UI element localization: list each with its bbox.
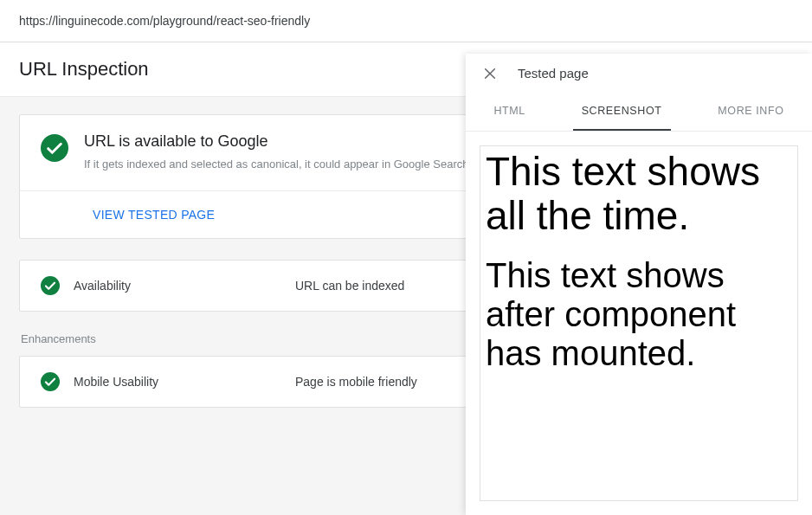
close-icon[interactable] xyxy=(483,67,497,80)
checkmark-circle-icon xyxy=(41,276,60,295)
checkmark-circle-icon xyxy=(41,372,60,391)
side-panel-title: Tested page xyxy=(518,66,589,80)
checkmark-circle-icon xyxy=(41,134,68,162)
url-bar[interactable]: https://linguinecode.com/playground/reac… xyxy=(0,0,812,42)
mobile-usability-label: Mobile Usability xyxy=(74,375,281,389)
availability-value: URL can be indexed xyxy=(295,279,404,293)
side-panel-tabs: HTML SCREENSHOT MORE INFO xyxy=(466,93,812,132)
svg-point-0 xyxy=(41,134,68,162)
preview-text-1: This text shows all the time. xyxy=(486,150,792,237)
svg-point-2 xyxy=(41,372,60,391)
svg-point-1 xyxy=(41,276,60,295)
tab-html[interactable]: HTML xyxy=(485,93,533,131)
tested-page-panel: Tested page HTML SCREENSHOT MORE INFO Th… xyxy=(466,54,812,515)
tab-screenshot[interactable]: SCREENSHOT xyxy=(573,93,671,131)
view-tested-page-button[interactable]: VIEW TESTED PAGE xyxy=(93,208,215,222)
preview-text-2: This text shows after component has moun… xyxy=(486,256,792,372)
mobile-usability-value: Page is mobile friendly xyxy=(295,375,417,389)
tab-more-info[interactable]: MORE INFO xyxy=(709,93,792,131)
availability-label: Availability xyxy=(74,279,281,293)
screenshot-preview: This text shows all the time. This text … xyxy=(480,145,798,501)
